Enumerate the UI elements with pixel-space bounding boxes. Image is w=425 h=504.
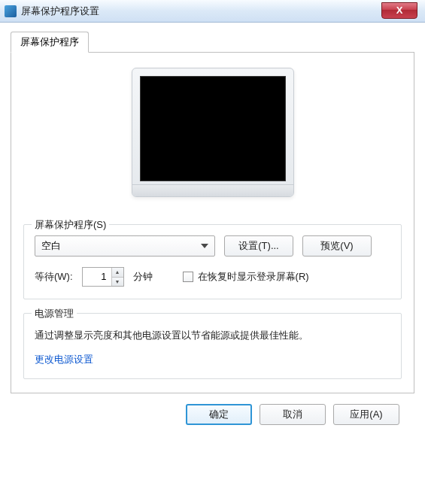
chevron-down-icon bbox=[198, 238, 211, 254]
screensaver-select-value: 空白 bbox=[41, 239, 198, 253]
wait-label: 等待(W): bbox=[35, 270, 73, 284]
monitor-screen bbox=[140, 76, 286, 181]
resume-checkbox[interactable]: 在恢复时显示登录屏幕(R) bbox=[183, 270, 309, 284]
resume-checkbox-label: 在恢复时显示登录屏幕(R) bbox=[198, 270, 309, 284]
wait-value: 1 bbox=[83, 268, 111, 286]
monitor-preview bbox=[132, 68, 294, 197]
ok-button[interactable]: 确定 bbox=[186, 404, 252, 425]
checkbox-box-icon bbox=[183, 272, 193, 282]
window-icon bbox=[5, 5, 17, 17]
monitor-preview-wrap bbox=[23, 62, 402, 217]
cancel-button[interactable]: 取消 bbox=[260, 404, 326, 425]
window-title: 屏幕保护程序设置 bbox=[21, 5, 99, 18]
title-bar: 屏幕保护程序设置 X bbox=[0, 0, 425, 23]
dialog-footer: 确定 取消 应用(A) bbox=[11, 393, 414, 433]
power-group-label: 电源管理 bbox=[32, 307, 77, 320]
settings-button[interactable]: 设置(T)... bbox=[224, 235, 293, 257]
power-description: 通过调整显示亮度和其他电源设置以节省能源或提供最佳性能。 bbox=[35, 329, 390, 342]
change-power-settings-link[interactable]: 更改电源设置 bbox=[35, 354, 93, 365]
close-button[interactable]: X bbox=[381, 2, 417, 19]
wait-unit: 分钟 bbox=[133, 270, 153, 284]
screensaver-group-label: 屏幕保护程序(S) bbox=[32, 218, 109, 232]
tab-body: 屏幕保护程序(S) 空白 设置(T)... 预览(V) 等待(W): 1 ▲ bbox=[11, 53, 414, 393]
preview-button[interactable]: 预览(V) bbox=[302, 235, 372, 257]
spin-down-icon[interactable]: ▼ bbox=[112, 278, 123, 287]
apply-button[interactable]: 应用(A) bbox=[333, 404, 399, 425]
tab-screensaver[interactable]: 屏幕保护程序 bbox=[11, 32, 89, 53]
tab-strip: 屏幕保护程序 bbox=[11, 32, 414, 53]
spin-up-icon[interactable]: ▲ bbox=[112, 268, 123, 278]
screensaver-group: 屏幕保护程序(S) 空白 设置(T)... 预览(V) 等待(W): 1 ▲ bbox=[23, 224, 402, 299]
wait-spinner[interactable]: 1 ▲ ▼ bbox=[82, 267, 124, 287]
screensaver-select[interactable]: 空白 bbox=[35, 235, 215, 257]
client-area: 屏幕保护程序 屏幕保护程序(S) 空白 设置(T)... 预览(V) bbox=[0, 23, 425, 442]
power-group: 电源管理 通过调整显示亮度和其他电源设置以节省能源或提供最佳性能。 更改电源设置 bbox=[23, 313, 402, 379]
